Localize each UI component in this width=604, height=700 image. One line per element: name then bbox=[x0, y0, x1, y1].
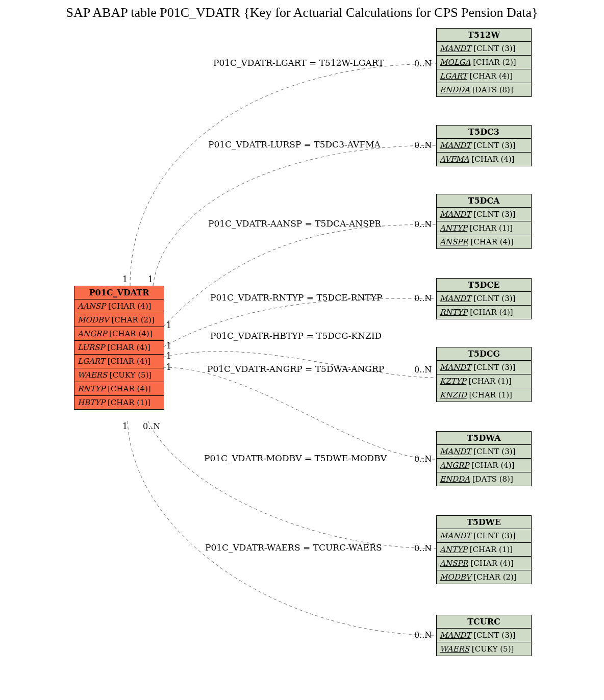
entity-field: ENDDA [DATS (8)] bbox=[437, 472, 531, 486]
entity-tcurc: TCURC MANDT [CLNT (3)] WAERS [CUKY (5)] bbox=[436, 615, 532, 656]
edge-label: P01C_VDATR-ANGRP = T5DWA-ANGRP bbox=[207, 364, 384, 374]
entity-field: MANDT [CLNT (3)] bbox=[437, 529, 531, 543]
edge-label: P01C_VDATR-LURSP = T5DC3-AVFMA bbox=[208, 139, 381, 149]
entity-field: MANDT [CLNT (3)] bbox=[437, 292, 531, 306]
entity-field: MANDT [CLNT (3)] bbox=[437, 208, 531, 221]
entity-t5dwe: T5DWE MANDT [CLNT (3)] ANTYP [CHAR (1)] … bbox=[436, 515, 532, 584]
entity-field: LURSP [CHAR (4)] bbox=[74, 341, 164, 355]
entity-field: ENDDA [DATS (8)] bbox=[437, 83, 531, 96]
entity-field: MANDT [CLNT (3)] bbox=[437, 629, 531, 642]
cardinality: 0..N bbox=[414, 59, 432, 68]
entity-t5dc3: T5DC3 MANDT [CLNT (3)] AVFMA [CHAR (4)] bbox=[436, 125, 532, 166]
cardinality: 0..N bbox=[414, 293, 432, 303]
cardinality: 1 bbox=[166, 362, 171, 372]
entity-header: T5DC3 bbox=[437, 126, 531, 139]
cardinality: 1 bbox=[166, 341, 171, 351]
entity-field: ANTYP [CHAR (1)] bbox=[437, 221, 531, 235]
entity-field: ANGRP [CHAR (4)] bbox=[437, 459, 531, 472]
cardinality: 0..N bbox=[414, 454, 432, 464]
entity-field: LGART [CHAR (4)] bbox=[74, 355, 164, 368]
diagram-title: SAP ABAP table P01C_VDATR {Key for Actua… bbox=[0, 5, 604, 20]
cardinality: 1 bbox=[148, 274, 153, 284]
entity-field: MOLGA [CHAR (2)] bbox=[437, 56, 531, 69]
cardinality: 0..N bbox=[414, 140, 432, 150]
cardinality: 1 bbox=[166, 351, 171, 361]
entity-field: AANSP [CHAR (4)] bbox=[74, 299, 164, 313]
entity-field: RNTYP [CHAR (4)] bbox=[437, 306, 531, 319]
entity-main: P01C_VDATR AANSP [CHAR (4)] MODBV [CHAR … bbox=[74, 286, 164, 410]
entity-header: T5DCE bbox=[437, 279, 531, 292]
entity-header: T5DWA bbox=[437, 432, 531, 445]
edge-label: P01C_VDATR-HBTYP = T5DCG-KNZID bbox=[210, 331, 382, 341]
entity-field: MODBV [CHAR (2)] bbox=[74, 313, 164, 327]
entity-field: ANSPR [CHAR (4)] bbox=[437, 557, 531, 570]
edge-label: P01C_VDATR-RNTYP = T5DCE-RNTYP bbox=[210, 292, 382, 303]
cardinality: 0..N bbox=[414, 630, 432, 640]
entity-main-header: P01C_VDATR bbox=[74, 286, 164, 299]
edge-label: P01C_VDATR-WAERS = TCURC-WAERS bbox=[205, 542, 382, 553]
entity-field: ANTYP [CHAR (1)] bbox=[437, 543, 531, 557]
edge-label: P01C_VDATR-LGART = T512W-LGART bbox=[213, 58, 384, 68]
entity-t5dca: T5DCA MANDT [CLNT (3)] ANTYP [CHAR (1)] … bbox=[436, 194, 532, 249]
edge-label: P01C_VDATR-MODBV = T5DWE-MODBV bbox=[204, 453, 387, 463]
cardinality: 1 bbox=[166, 320, 171, 330]
entity-header: T5DWE bbox=[437, 516, 531, 529]
entity-field: HBTYP [CHAR (1)] bbox=[74, 396, 164, 409]
entity-header: T512W bbox=[437, 29, 531, 42]
cardinality: 0..N bbox=[414, 365, 432, 374]
entity-t5dwa: T5DWA MANDT [CLNT (3)] ANGRP [CHAR (4)] … bbox=[436, 431, 532, 486]
entity-field: MANDT [CLNT (3)] bbox=[437, 445, 531, 459]
entity-field: ANGRP [CHAR (4)] bbox=[74, 327, 164, 341]
cardinality: 0..N bbox=[143, 421, 160, 431]
entity-field: AVFMA [CHAR (4)] bbox=[437, 153, 531, 166]
entity-field: WAERS [CUKY (5)] bbox=[437, 642, 531, 656]
entity-header: T5DCA bbox=[437, 194, 531, 208]
entity-field: RNTYP [CHAR (4)] bbox=[74, 382, 164, 396]
entity-field: KNZID [CHAR (1)] bbox=[437, 388, 531, 402]
entity-t5dcg: T5DCG MANDT [CLNT (3)] KZTYP [CHAR (1)] … bbox=[436, 347, 532, 402]
entity-field: LGART [CHAR (4)] bbox=[437, 69, 531, 83]
entity-field: MANDT [CLNT (3)] bbox=[437, 139, 531, 153]
entity-field: WAERS [CUKY (5)] bbox=[74, 368, 164, 382]
entity-field: MODBV [CHAR (2)] bbox=[437, 570, 531, 584]
entity-t5dce: T5DCE MANDT [CLNT (3)] RNTYP [CHAR (4)] bbox=[436, 278, 532, 319]
entity-t512w: T512W MANDT [CLNT (3)] MOLGA [CHAR (2)] … bbox=[436, 28, 532, 97]
cardinality: 0..N bbox=[414, 219, 432, 229]
entity-header: T5DCG bbox=[437, 347, 531, 361]
cardinality: 1 bbox=[122, 274, 128, 284]
cardinality: 1 bbox=[122, 421, 128, 431]
entity-field: MANDT [CLNT (3)] bbox=[437, 361, 531, 374]
edge-label: P01C_VDATR-AANSP = T5DCA-ANSPR bbox=[208, 218, 381, 229]
entity-field: KZTYP [CHAR (1)] bbox=[437, 374, 531, 388]
entity-field: MANDT [CLNT (3)] bbox=[437, 42, 531, 56]
entity-field: ANSPR [CHAR (4)] bbox=[437, 235, 531, 248]
entity-header: TCURC bbox=[437, 615, 531, 629]
cardinality: 0..N bbox=[414, 543, 432, 553]
